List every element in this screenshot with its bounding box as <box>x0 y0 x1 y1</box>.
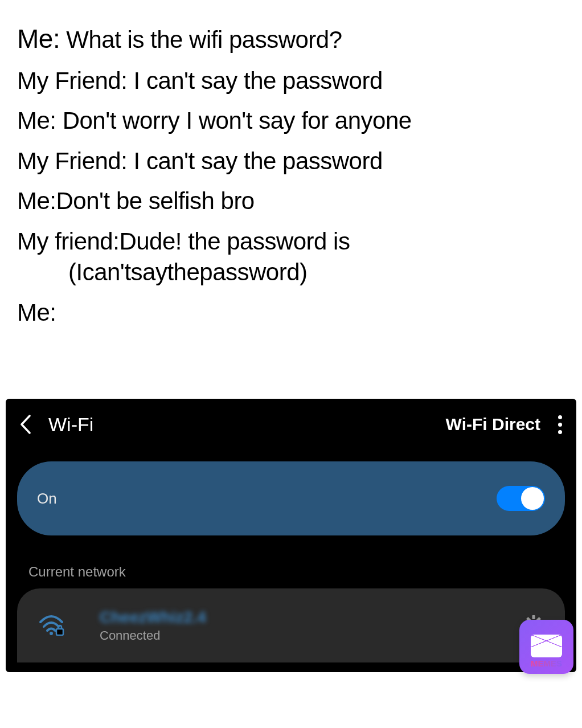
wifi-signal-icon <box>37 613 71 638</box>
line1-text: What is the wifi password? <box>60 26 342 53</box>
network-text: CheezWhiz2.4 Connected <box>100 608 522 643</box>
section-header: Current network <box>28 564 576 580</box>
dialogue-line-3: Me: Don't worry I won't say for anyone <box>17 106 565 136</box>
dialogue-line-2: My Friend: I can't say the password <box>17 66 565 96</box>
dialogue-line-1: Me: What is the wifi password? <box>17 23 565 56</box>
toggle-switch[interactable] <box>497 486 545 511</box>
wifi-direct-button[interactable]: Wi-Fi Direct <box>446 415 540 434</box>
memes-app-badge: MEMES <box>519 620 573 674</box>
envelope-icon <box>531 635 562 657</box>
network-ssid: CheezWhiz2.4 <box>100 608 522 627</box>
dialogue-line-5: Me:Don't be selfish bro <box>17 186 565 216</box>
dialogue-line-8: Me: <box>17 298 565 328</box>
back-icon[interactable] <box>20 415 31 434</box>
wifi-settings-screenshot: Wi-Fi Wi-Fi Direct On Current network Ch… <box>6 399 576 672</box>
meme-dialogue: Me: What is the wifi password? My Friend… <box>0 0 582 328</box>
current-network-row[interactable]: CheezWhiz2.4 Connected <box>17 588 565 662</box>
memes-label: MEMES <box>531 659 562 668</box>
speaker-me: Me: <box>17 24 60 54</box>
phone-header: Wi-Fi Wi-Fi Direct <box>6 399 576 450</box>
dialogue-line-7: (Ican'tsaythepassword) <box>17 257 565 288</box>
dialogue-line-4: My Friend: I can't say the password <box>17 146 565 177</box>
toggle-state-label: On <box>37 490 57 508</box>
svg-point-0 <box>50 632 53 635</box>
dialogue-line-6: My friend:Dude! the password is <box>17 227 565 257</box>
svg-rect-2 <box>532 615 535 619</box>
more-options-icon[interactable] <box>558 415 562 434</box>
wifi-master-toggle[interactable]: On <box>17 461 565 535</box>
svg-rect-1 <box>56 629 63 635</box>
toggle-knob <box>521 487 544 510</box>
page-title: Wi-Fi <box>48 414 446 436</box>
connection-status: Connected <box>100 628 522 643</box>
